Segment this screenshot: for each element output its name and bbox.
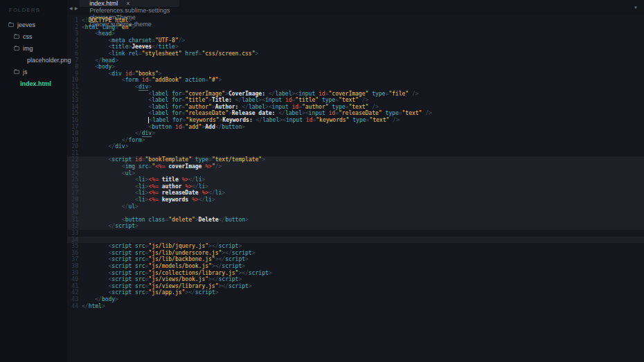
line-number: 37 — [67, 256, 82, 263]
line-number: 3 — [67, 30, 82, 37]
code-text: <meta charset="UTF-8"/> — [82, 37, 644, 44]
code-line[interactable]: 11 <div> — [67, 84, 644, 91]
code-line[interactable]: 33 — [67, 230, 644, 237]
tab-label: Preferences.sublime-settings — [89, 7, 170, 14]
code-text: <script src="js/views/library.js"></scri… — [82, 283, 644, 290]
code-line[interactable]: 2<html lang="en"> — [67, 24, 644, 31]
line-number: 6 — [67, 51, 82, 57]
tab-label: index.html — [89, 0, 118, 7]
code-text: <form id="addBook" action="#"> — [82, 77, 644, 84]
sidebar-item-index-html[interactable]: index.html — [0, 78, 67, 89]
code-text — [82, 150, 644, 157]
code-line[interactable]: 6 <link rel="stylesheet" href="css/scree… — [67, 51, 644, 57]
code-text: </head> — [82, 57, 644, 64]
code-line[interactable]: 44</html> — [67, 303, 644, 310]
code-text: <!DOCTYPE html> — [82, 17, 644, 24]
line-number: 34 — [67, 237, 82, 244]
code-line[interactable]: 32 </script> — [67, 223, 644, 230]
code-editor[interactable]: 1<!DOCTYPE html>2<html lang="en">3 <head… — [67, 15, 644, 362]
code-line[interactable]: 29 </ul> — [67, 203, 644, 210]
code-line[interactable]: 1<!DOCTYPE html> — [67, 17, 644, 24]
code-line[interactable]: 40 <script src="js/views/book.js"></scri… — [67, 276, 644, 283]
line-number: 44 — [67, 303, 82, 310]
code-line[interactable]: 14 <label for="author">Author: </label><… — [67, 104, 644, 111]
sidebar-item-placeholder-png[interactable]: placeholder.png — [0, 54, 67, 66]
code-text: <label for="title">Title: </label><input… — [82, 97, 644, 104]
code-line[interactable]: 36 <script src="js/lib/underscore.js"></… — [67, 250, 644, 257]
line-number: 29 — [67, 203, 82, 210]
line-number: 19 — [67, 137, 82, 144]
code-line[interactable]: 19 </form> — [67, 137, 644, 144]
sidebar-item-css[interactable]: css — [0, 30, 67, 42]
code-line[interactable]: 37 <script src="js/lib/backbone.js"></sc… — [67, 256, 644, 263]
tab-preferences-sublime-settings[interactable]: Preferences.sublime-settings — [80, 7, 179, 14]
code-line[interactable]: 21 — [67, 150, 644, 157]
tab-overflow-icon[interactable]: ▼ — [634, 0, 644, 15]
code-line[interactable]: 4 <meta charset="UTF-8"/> — [67, 37, 644, 44]
code-line[interactable]: 23 <img src="<%= coverImage %>"/> — [67, 163, 644, 170]
code-line[interactable]: 27 <li><%= releaseDate %></li> — [67, 190, 644, 197]
code-line[interactable]: 38 <script src="js/models/book.js"></scr… — [67, 263, 644, 270]
line-number: 43 — [67, 296, 82, 303]
code-text: <script src="js/lib/underscore.js"></scr… — [82, 250, 644, 257]
tab-scroll-left-icon[interactable]: ◀ — [69, 6, 73, 10]
code-text: </div> — [82, 143, 644, 150]
code-line[interactable]: 15 <label for="releaseDate">Release date… — [67, 110, 644, 117]
code-line[interactable]: 28 <li><%= keywords %></li> — [67, 197, 644, 203]
code-line[interactable]: 42 <script src="js/app.js"></script> — [67, 289, 644, 296]
code-text: </form> — [82, 137, 644, 144]
code-text: <script src="js/lib/backbone.js"></scrip… — [82, 256, 644, 263]
line-number: 27 — [67, 190, 82, 197]
line-number: 33 — [67, 230, 82, 237]
code-line[interactable]: 8 <body> — [67, 64, 644, 71]
sidebar-item-label: index.html — [20, 80, 51, 87]
code-line[interactable]: 30 — [67, 210, 644, 217]
tab-scroll-right-icon[interactable]: ▶ — [75, 6, 78, 10]
line-number: 35 — [67, 243, 82, 250]
code-line[interactable]: 3 <head> — [67, 30, 644, 37]
code-line[interactable]: 24 <ul> — [67, 170, 644, 177]
code-line[interactable]: 22 <script id="bookTemplate" type="text/… — [67, 156, 644, 163]
code-line[interactable]: 43 </body> — [67, 296, 644, 303]
code-line[interactable]: 41 <script src="js/views/library.js"></s… — [67, 283, 644, 290]
code-line[interactable]: 25 <li><%= title %></li> — [67, 177, 644, 183]
sidebar: FOLDERS jeevescssimgplaceholder.pngjsind… — [0, 0, 67, 362]
line-number: 40 — [67, 276, 82, 283]
code-line[interactable]: 10 <form id="addBook" action="#"> — [67, 77, 644, 84]
code-line[interactable]: 35 <script src="js/lib/jquery.js"></scri… — [67, 243, 644, 250]
code-line[interactable]: 20 </div> — [67, 143, 644, 150]
line-number: 26 — [67, 183, 82, 190]
tab-close-icon[interactable]: × — [123, 0, 129, 7]
code-line[interactable]: 18 </div> — [67, 130, 644, 137]
folder-icon — [14, 35, 19, 39]
code-text: <script src="js/models/book.js"></script… — [82, 263, 644, 270]
code-text: <li><%= title %></li> — [82, 177, 644, 183]
code-line[interactable]: 31 <button class="delete">Delete</button… — [67, 217, 644, 224]
code-line[interactable]: 9 <div id="books"> — [67, 71, 644, 78]
code-line[interactable]: 26 <li><%= author %></li> — [67, 183, 644, 190]
code-text: <label for="author">Author: </label><inp… — [82, 104, 644, 111]
tab-index-html[interactable]: index.html× — [80, 0, 179, 7]
sidebar-item-jeeves[interactable]: jeeves — [0, 19, 67, 30]
line-number: 9 — [67, 71, 82, 78]
sidebar-item-label: placeholder.png — [27, 57, 71, 64]
file-tree: jeevescssimgplaceholder.pngjsindex.html — [0, 19, 67, 89]
code-line[interactable]: 39 <script src="js/collections/library.j… — [67, 270, 644, 277]
sidebar-item-img[interactable]: img — [0, 42, 67, 54]
code-text: <title>Jeeves</title> — [82, 44, 644, 51]
code-text — [82, 210, 644, 217]
line-number: 42 — [67, 289, 82, 296]
code-text: <script src="js/views/book.js"></script> — [82, 276, 644, 283]
code-text: <div> — [82, 84, 644, 91]
code-line[interactable]: 34 — [67, 237, 644, 244]
code-line[interactable]: 5 <title>Jeeves</title> — [67, 44, 644, 51]
line-number: 30 — [67, 210, 82, 217]
sidebar-item-js[interactable]: js — [0, 66, 67, 78]
code-text: </ul> — [82, 203, 644, 210]
code-line[interactable]: 13 <label for="title">Title: </label><in… — [67, 97, 644, 104]
code-line[interactable]: 12 <label for="coverImage">CoverImage: <… — [67, 91, 644, 98]
code-line[interactable]: 17 <button id="add">Add</button> — [67, 124, 644, 131]
code-line[interactable]: 16 <label for="keywords">Keywords: </lab… — [67, 117, 644, 124]
code-line[interactable]: 7 </head> — [67, 57, 644, 64]
code-text: </body> — [82, 296, 644, 303]
